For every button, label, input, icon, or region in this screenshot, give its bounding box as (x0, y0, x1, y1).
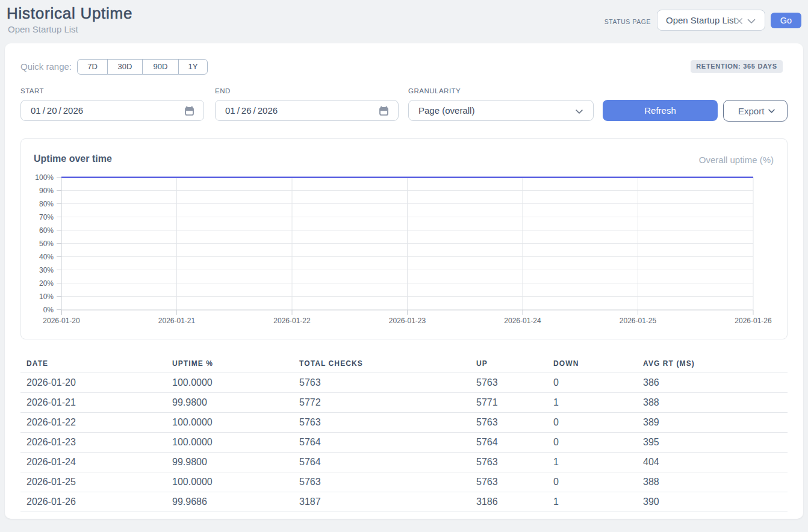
svg-text:2026-01-23: 2026-01-23 (389, 317, 426, 325)
svg-text:2026-01-21: 2026-01-21 (158, 317, 196, 325)
svg-text:2026-01-26: 2026-01-26 (735, 317, 772, 325)
svg-text:70%: 70% (39, 213, 54, 221)
svg-text:10%: 10% (39, 292, 54, 301)
svg-text:40%: 40% (39, 253, 54, 261)
svg-text:20%: 20% (39, 279, 54, 288)
svg-text:0%: 0% (43, 306, 54, 314)
svg-text:2026-01-24: 2026-01-24 (504, 317, 541, 325)
svg-text:60%: 60% (39, 226, 54, 235)
svg-text:90%: 90% (39, 187, 54, 195)
svg-text:2026-01-20: 2026-01-20 (43, 317, 80, 325)
svg-text:2026-01-22: 2026-01-22 (273, 317, 311, 325)
svg-text:30%: 30% (39, 266, 54, 274)
svg-text:100%: 100% (35, 173, 54, 182)
svg-text:50%: 50% (39, 240, 54, 248)
svg-text:2026-01-25: 2026-01-25 (620, 317, 657, 325)
svg-text:80%: 80% (39, 200, 54, 208)
